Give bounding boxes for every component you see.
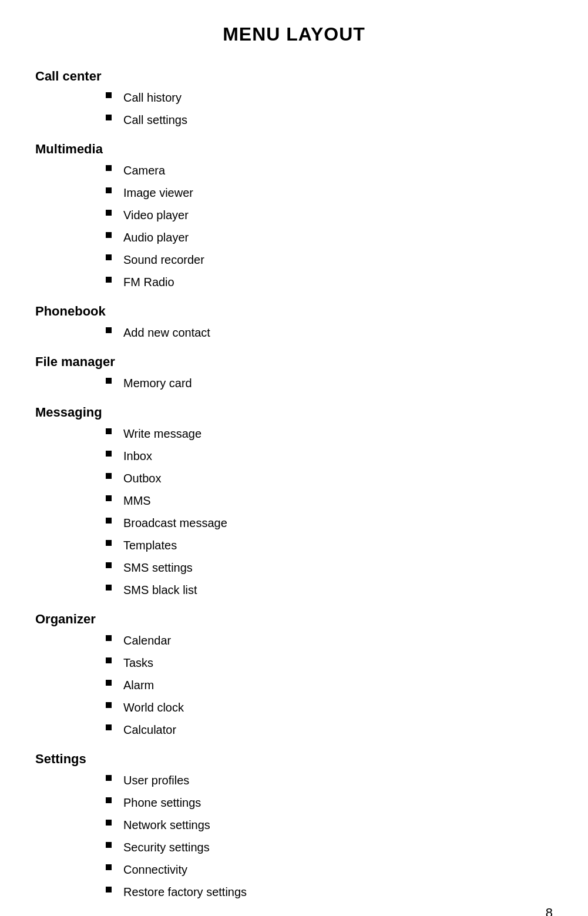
list-item: Restore factory settings xyxy=(35,881,553,903)
item-label: Audio player xyxy=(123,229,189,246)
section-header-file-manager: File manager xyxy=(35,354,553,370)
bullet-icon xyxy=(106,327,112,333)
bullet-icon xyxy=(106,775,112,781)
list-item: FM Radio xyxy=(35,271,553,293)
bullet-icon xyxy=(106,562,112,568)
item-label: Restore factory settings xyxy=(123,884,247,900)
bullet-icon xyxy=(106,277,112,283)
item-label: Add new contact xyxy=(123,324,210,341)
section-header-phonebook: Phonebook xyxy=(35,304,553,319)
item-label: Outbox xyxy=(123,470,161,486)
item-label: Security settings xyxy=(123,839,210,855)
list-item: Tasks xyxy=(35,652,553,674)
list-item: Security settings xyxy=(35,836,553,858)
item-label: Image viewer xyxy=(123,184,193,201)
menu-list-settings: User profilesPhone settingsNetwork setti… xyxy=(35,769,553,903)
item-label: FM Radio xyxy=(123,274,174,290)
sections-container: Call centerCall historyCall settingsMult… xyxy=(35,69,553,903)
list-item: MMS xyxy=(35,489,553,512)
list-item: Alarm xyxy=(35,674,553,696)
item-label: Sound recorder xyxy=(123,251,204,268)
list-item: SMS black list xyxy=(35,579,553,601)
bullet-icon xyxy=(106,635,112,641)
list-item: Connectivity xyxy=(35,858,553,881)
bullet-icon xyxy=(106,378,112,384)
section-header-settings: Settings xyxy=(35,751,553,767)
list-item: Write message xyxy=(35,422,553,445)
item-label: SMS settings xyxy=(123,559,193,576)
bullet-icon xyxy=(106,518,112,524)
item-label: Calendar xyxy=(123,632,171,649)
bullet-icon xyxy=(106,680,112,686)
bullet-icon xyxy=(106,887,112,892)
item-label: Broadcast message xyxy=(123,515,227,531)
bullet-icon xyxy=(106,585,112,590)
list-item: Calculator xyxy=(35,719,553,741)
bullet-icon xyxy=(106,797,112,803)
bullet-icon xyxy=(106,540,112,546)
list-item: Sound recorder xyxy=(35,249,553,271)
bullet-icon xyxy=(106,92,112,98)
bullet-icon xyxy=(106,724,112,730)
bullet-icon xyxy=(106,428,112,434)
item-label: User profiles xyxy=(123,772,189,789)
list-item: Memory card xyxy=(35,372,553,394)
list-item: Audio player xyxy=(35,226,553,249)
item-label: Templates xyxy=(123,537,177,553)
list-item: Phone settings xyxy=(35,791,553,814)
bullet-icon xyxy=(106,232,112,238)
list-item: Camera xyxy=(35,159,553,182)
section-header-messaging: Messaging xyxy=(35,405,553,420)
menu-list-call-center: Call historyCall settings xyxy=(35,86,553,131)
item-label: Call settings xyxy=(123,112,187,128)
list-item: Inbox xyxy=(35,445,553,467)
bullet-icon xyxy=(106,451,112,457)
item-label: Calculator xyxy=(123,722,176,738)
section-header-multimedia: Multimedia xyxy=(35,142,553,157)
list-item: Templates xyxy=(35,534,553,556)
bullet-icon xyxy=(106,254,112,260)
item-label: Alarm xyxy=(123,677,154,693)
menu-list-phonebook: Add new contact xyxy=(35,321,553,344)
item-label: Write message xyxy=(123,425,201,442)
page: MENU LAYOUT Call centerCall historyCall … xyxy=(0,0,588,916)
item-label: Call history xyxy=(123,89,182,106)
bullet-icon xyxy=(106,820,112,826)
bullet-icon xyxy=(106,657,112,663)
list-item: Outbox xyxy=(35,467,553,489)
bullet-icon xyxy=(106,115,112,120)
list-item: Call settings xyxy=(35,109,553,131)
bullet-icon xyxy=(106,702,112,708)
item-label: Phone settings xyxy=(123,794,201,811)
item-label: Connectivity xyxy=(123,861,187,878)
menu-list-organizer: CalendarTasksAlarmWorld clockCalculator xyxy=(35,629,553,741)
menu-list-file-manager: Memory card xyxy=(35,372,553,394)
menu-list-messaging: Write messageInboxOutboxMMSBroadcast mes… xyxy=(35,422,553,601)
list-item: Call history xyxy=(35,86,553,109)
page-title: MENU LAYOUT xyxy=(35,24,553,45)
list-item: Broadcast message xyxy=(35,512,553,534)
item-label: Camera xyxy=(123,162,165,179)
item-label: World clock xyxy=(123,699,184,716)
item-label: Network settings xyxy=(123,817,210,833)
list-item: Network settings xyxy=(35,814,553,836)
bullet-icon xyxy=(106,473,112,479)
list-item: Calendar xyxy=(35,629,553,652)
item-label: Tasks xyxy=(123,655,153,671)
item-label: MMS xyxy=(123,492,151,509)
bullet-icon xyxy=(106,165,112,171)
menu-list-multimedia: CameraImage viewerVideo playerAudio play… xyxy=(35,159,553,293)
page-number: 8 xyxy=(546,905,553,916)
item-label: Memory card xyxy=(123,375,192,391)
section-header-call-center: Call center xyxy=(35,69,553,84)
section-header-organizer: Organizer xyxy=(35,612,553,627)
list-item: World clock xyxy=(35,696,553,719)
list-item: Image viewer xyxy=(35,182,553,204)
bullet-icon xyxy=(106,495,112,501)
list-item: Video player xyxy=(35,204,553,226)
bullet-icon xyxy=(106,187,112,193)
item-label: Inbox xyxy=(123,448,152,464)
item-label: Video player xyxy=(123,207,189,223)
list-item: SMS settings xyxy=(35,556,553,579)
bullet-icon xyxy=(106,864,112,870)
